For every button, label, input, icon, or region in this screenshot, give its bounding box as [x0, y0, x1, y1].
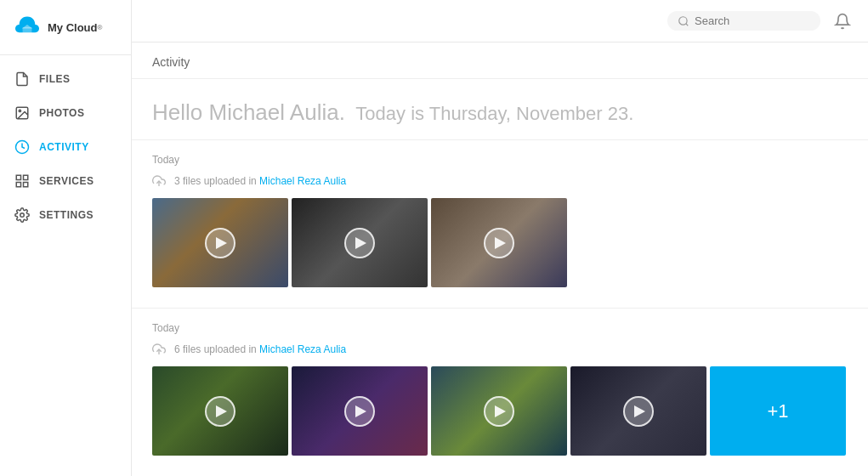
play-triangle-2 [355, 237, 366, 249]
section-divider [132, 308, 868, 309]
video-thumb-4[interactable] [152, 366, 288, 456]
svg-point-9 [20, 213, 25, 218]
page-title: Activity [152, 55, 190, 69]
upload-cloud-icon-2 [152, 341, 169, 358]
play-button-6 [484, 396, 514, 427]
thumbnails-2: +1 [152, 366, 848, 456]
more-count: +1 [767, 400, 788, 422]
more-count-overlay: +1 [710, 366, 846, 456]
main-area: Activity Hello Michael Aulia. Today is T… [132, 0, 868, 476]
upload-cloud-icon [152, 173, 169, 190]
sidebar: My Cloud ® Files Photos Activity [0, 0, 132, 476]
sidebar-item-services[interactable]: Services [0, 164, 131, 198]
play-button-3 [484, 228, 514, 258]
notification-icon[interactable] [831, 9, 854, 33]
photo-icon [14, 105, 31, 122]
sidebar-label-photos: Photos [39, 107, 84, 119]
logo-cloud-icon [14, 15, 41, 39]
play-triangle-6 [495, 405, 506, 417]
greeting-section: Hello Michael Aulia. Today is Thursday, … [132, 79, 868, 140]
svg-rect-8 [24, 183, 28, 187]
sidebar-item-settings[interactable]: Settings [0, 198, 131, 232]
sidebar-item-photos[interactable]: Photos [0, 96, 131, 130]
play-overlay-3 [431, 198, 567, 287]
nav-menu: Files Photos Activity Services [0, 55, 131, 232]
sidebar-label-services: Services [39, 175, 94, 187]
section-label-2: Today [152, 322, 848, 334]
video-thumb-2[interactable] [292, 198, 428, 287]
more-thumb[interactable]: +1 [710, 366, 846, 456]
upload-text-1: 3 files uploaded in [174, 175, 257, 187]
bell-icon [834, 13, 851, 30]
logo-sup: ® [98, 24, 103, 31]
upload-link-1[interactable]: Michael Reza Aulia [259, 175, 346, 187]
header [132, 0, 868, 42]
settings-icon [14, 207, 31, 224]
greeting-date: Today is Thursday, November 23. [355, 103, 633, 124]
play-overlay-6 [431, 366, 567, 456]
upload-info-2: 6 files uploaded in Michael Reza Aulia [152, 341, 848, 358]
video-thumb-6[interactable] [431, 366, 567, 456]
page-title-bar: Activity [132, 42, 868, 79]
sidebar-label-activity: Activity [39, 141, 89, 153]
play-button-1 [205, 228, 235, 258]
video-thumb-3[interactable] [431, 198, 567, 287]
thumbnails-1 [152, 198, 848, 287]
play-triangle-3 [495, 237, 506, 249]
play-overlay-5 [292, 366, 428, 456]
play-triangle-7 [634, 405, 645, 417]
play-triangle-4 [216, 405, 227, 417]
video-thumb-1[interactable] [152, 198, 288, 287]
logo: My Cloud ® [0, 0, 131, 55]
file-icon [14, 71, 31, 88]
play-button-7 [623, 396, 654, 427]
video-thumb-7[interactable] [570, 366, 706, 456]
services-icon [14, 173, 31, 190]
search-box[interactable] [667, 11, 820, 31]
play-triangle-1 [216, 237, 227, 249]
section-label-1: Today [152, 154, 848, 166]
activity-icon [14, 139, 31, 156]
upload-text-2: 6 files uploaded in [174, 343, 257, 355]
activity-section-2: Today 6 files uploaded in Michael Reza A… [132, 315, 868, 469]
play-overlay-2 [292, 198, 428, 287]
svg-point-10 [679, 16, 687, 24]
logo-text: My Cloud [48, 21, 98, 34]
upload-info-1: 3 files uploaded in Michael Reza Aulia [152, 173, 848, 190]
upload-link-2[interactable]: Michael Reza Aulia [259, 343, 346, 355]
sidebar-item-files[interactable]: Files [0, 62, 131, 96]
play-button-5 [344, 396, 375, 427]
play-overlay-1 [152, 198, 288, 287]
play-overlay-4 [152, 366, 288, 456]
svg-point-3 [19, 110, 20, 111]
activity-section-1: Today 3 files uploaded in Michael Reza A… [132, 140, 868, 301]
search-icon [678, 15, 689, 27]
search-input[interactable] [695, 14, 805, 27]
svg-line-11 [686, 23, 689, 26]
svg-rect-5 [16, 175, 20, 179]
play-triangle-5 [355, 405, 366, 417]
play-button-4 [205, 396, 235, 427]
svg-rect-7 [16, 183, 20, 187]
play-button-2 [344, 228, 375, 258]
video-thumb-5[interactable] [292, 366, 428, 456]
sidebar-item-activity[interactable]: Activity [0, 130, 131, 164]
play-overlay-7 [570, 366, 706, 456]
svg-rect-6 [24, 175, 28, 179]
content-area: Activity Hello Michael Aulia. Today is T… [132, 42, 868, 476]
sidebar-label-files: Files [39, 73, 71, 85]
sidebar-label-settings: Settings [39, 209, 94, 221]
greeting-hello: Hello Michael Aulia. [152, 99, 345, 125]
